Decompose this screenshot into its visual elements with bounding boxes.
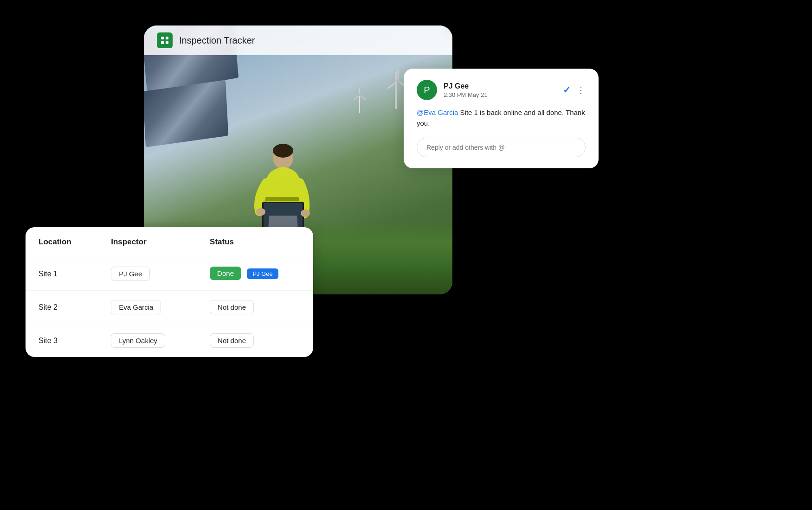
svg-point-15 xyxy=(301,210,310,217)
windmill-2 xyxy=(350,86,369,115)
table-header-row: Location Inspector Status xyxy=(26,227,313,257)
check-icon[interactable]: ✓ xyxy=(563,84,571,96)
cell-status-2: Not done xyxy=(197,291,313,324)
svg-point-3 xyxy=(396,79,400,83)
table-card: Location Inspector Status Site 1 PJ Gee … xyxy=(26,227,313,357)
app-card-header: Inspection Tracker xyxy=(144,26,452,55)
col-header-location: Location xyxy=(26,227,98,257)
svg-point-14 xyxy=(256,208,265,216)
svg-rect-16 xyxy=(161,37,164,39)
svg-rect-18 xyxy=(161,41,164,44)
chat-mention: @Eva Garcia xyxy=(417,108,458,116)
col-header-status: Status xyxy=(197,227,313,257)
app-icon xyxy=(157,32,173,48)
data-table: Location Inspector Status Site 1 PJ Gee … xyxy=(26,227,313,357)
table-row: Site 2 Eva Garcia Not done xyxy=(26,291,313,324)
svg-rect-17 xyxy=(166,37,168,39)
chat-actions: ✓ ⋮ xyxy=(563,84,586,96)
inspector-pill-3: Lynn Oakley xyxy=(111,333,165,348)
table-row: Site 1 PJ Gee Done PJ Gee xyxy=(26,257,313,291)
cell-inspector-3: Lynn Oakley xyxy=(98,324,197,357)
cell-status-3: Not done xyxy=(197,324,313,357)
chat-message: @Eva Garcia Site 1 is back online and al… xyxy=(417,108,586,128)
inspector-pill-2: Eva Garcia xyxy=(111,300,161,314)
cell-status-1: Done PJ Gee xyxy=(197,257,313,291)
chat-header: P PJ Gee 2:30 PM May 21 ✓ ⋮ xyxy=(417,80,586,100)
reply-input[interactable] xyxy=(417,138,586,157)
scene: Inspection Tracker P PJ Gee 2:30 PM May … xyxy=(0,0,812,510)
windmill xyxy=(395,72,397,109)
pj-gee-badge: PJ Gee xyxy=(247,268,278,279)
solar-panel-2 xyxy=(144,80,228,147)
svg-rect-19 xyxy=(166,41,168,44)
svg-rect-11 xyxy=(264,197,302,201)
chat-user-info: PJ Gee 2:30 PM May 21 xyxy=(444,82,556,98)
cell-inspector-1: PJ Gee xyxy=(98,257,197,291)
table-row: Site 3 Lynn Oakley Not done xyxy=(26,324,313,357)
col-header-inspector: Inspector xyxy=(98,227,197,257)
app-title: Inspection Tracker xyxy=(179,35,255,46)
cell-location-3: Site 3 xyxy=(26,324,98,357)
status-done-badge: Done xyxy=(210,267,241,280)
svg-point-10 xyxy=(273,144,293,158)
cell-inspector-2: Eva Garcia xyxy=(98,291,197,324)
cell-location-1: Site 1 xyxy=(26,257,98,291)
chat-card: P PJ Gee 2:30 PM May 21 ✓ ⋮ @Eva Garcia … xyxy=(404,69,599,168)
chat-username: PJ Gee xyxy=(444,82,556,90)
inspector-pill-1: PJ Gee xyxy=(111,267,150,281)
status-notdone-badge-2: Not done xyxy=(210,300,254,314)
more-options-icon[interactable]: ⋮ xyxy=(576,84,586,96)
chat-time: 2:30 PM May 21 xyxy=(444,91,556,98)
cell-location-2: Site 2 xyxy=(26,291,98,324)
avatar: P xyxy=(417,80,437,100)
status-notdone-badge-3: Not done xyxy=(210,333,254,348)
